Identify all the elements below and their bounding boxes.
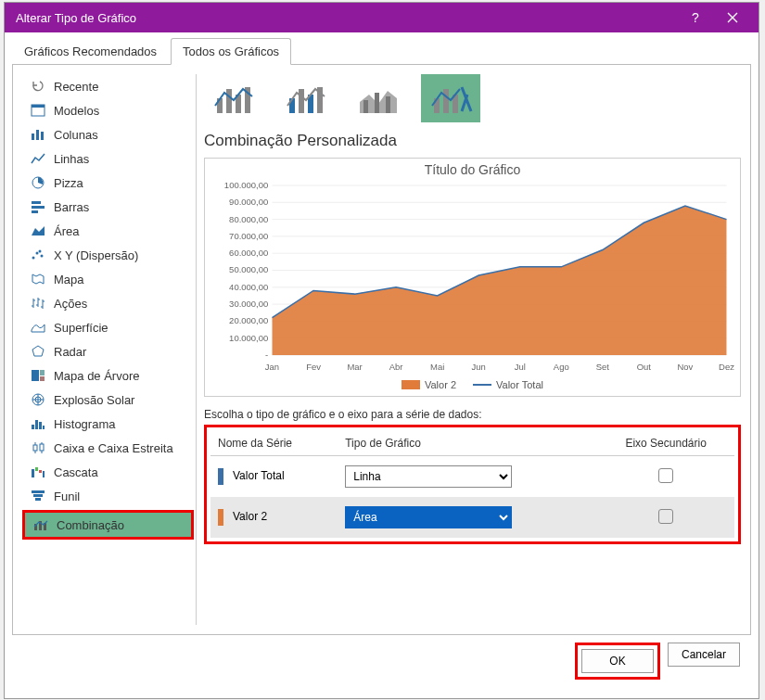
swatch-orange	[402, 380, 420, 389]
series-marker-blue	[218, 468, 223, 485]
sidebar-item-boxplot[interactable]: Caixa e Caixa Estreita	[22, 436, 194, 460]
sidebar-item-histogram[interactable]: Histograma	[22, 412, 194, 436]
ok-button[interactable]: OK	[581, 649, 654, 673]
sidebar-item-label: Pizza	[54, 176, 83, 190]
secondary-axis-checkbox-valor2[interactable]	[658, 509, 673, 524]
highlight-box-sidebar: Combinação	[22, 510, 194, 540]
svg-point-9	[32, 257, 35, 260]
svg-text:Nov: Nov	[677, 363, 693, 372]
sidebar-item-label: Combinação	[57, 518, 124, 532]
sidebar-item-combo[interactable]: Combinação	[25, 513, 191, 537]
stock-icon	[30, 296, 46, 311]
combo-subtype-row	[204, 74, 741, 122]
sidebar-item-treemap[interactable]: Mapa de Árvore	[22, 363, 194, 388]
sidebar-item-label: Barras	[54, 200, 89, 214]
svg-text:90.000,00: 90.000,00	[229, 198, 268, 208]
help-button[interactable]: ?	[677, 3, 714, 32]
svg-rect-21	[43, 426, 45, 429]
sidebar-item-sunburst[interactable]: Explosão Solar	[22, 388, 194, 412]
treemap-icon	[30, 368, 46, 383]
sidebar-item-waterfall[interactable]: Cascata	[22, 460, 194, 484]
sidebar-item-area[interactable]: Área	[22, 219, 194, 243]
map-icon	[30, 272, 46, 286]
sidebar-item-surface[interactable]: Superfície	[22, 315, 194, 339]
sidebar-item-label: Recente	[54, 80, 98, 94]
sidebar-item-label: Ações	[54, 297, 87, 311]
section-title: Combinação Personalizada	[204, 132, 741, 150]
sidebar-item-stock[interactable]: Ações	[22, 291, 194, 315]
line-icon	[30, 151, 46, 166]
series-instruction: Escolha o tipo de gráfico e o eixo para …	[204, 408, 741, 421]
col-secondary: Eixo Secundário	[597, 431, 734, 456]
svg-text:Out: Out	[637, 363, 652, 372]
dialog-title: Alterar Tipo de Gráfico	[12, 11, 677, 25]
svg-rect-15	[40, 376, 45, 381]
svg-rect-27	[43, 471, 45, 477]
sidebar-item-label: Linhas	[54, 152, 89, 166]
titlebar: Alterar Tipo de Gráfico ?	[5, 3, 759, 32]
sidebar-item-templates[interactable]: Modelos	[22, 98, 194, 122]
sidebar-item-recent[interactable]: Recente	[22, 74, 194, 98]
sidebar-item-lines[interactable]: Linhas	[22, 146, 194, 171]
sidebar-item-label: Explosão Solar	[54, 393, 134, 407]
svg-rect-6	[32, 201, 41, 204]
svg-rect-19	[35, 420, 38, 429]
sidebar-item-label: Mapa de Árvore	[54, 369, 140, 383]
sidebar-item-label: Modelos	[54, 104, 99, 118]
svg-text:50.000,00: 50.000,00	[229, 266, 268, 275]
combo-subtype-3[interactable]	[349, 74, 408, 122]
combo-subtype-2[interactable]	[276, 74, 336, 122]
series-row-valor2[interactable]: Valor 2 Área	[210, 497, 734, 538]
stacked-area-column-icon	[356, 80, 401, 117]
svg-rect-14	[40, 370, 45, 375]
combo-subtype-1[interactable]	[204, 74, 263, 122]
sidebar-item-funnel[interactable]: Funil	[22, 484, 194, 508]
svg-text:10.000,00: 10.000,00	[229, 334, 268, 343]
highlight-box-ok: OK	[575, 643, 660, 680]
bar-icon	[30, 199, 46, 214]
sidebar-item-bars[interactable]: Barras	[22, 195, 194, 219]
svg-point-12	[39, 250, 42, 253]
template-icon	[30, 103, 46, 118]
sidebar-item-label: Histograma	[54, 417, 115, 431]
secondary-axis-checkbox-valor-total[interactable]	[658, 468, 673, 483]
svg-rect-24	[32, 469, 34, 477]
col-chart-type: Tipo de Gráfico	[338, 431, 597, 456]
tab-all-charts[interactable]: Todos os Gráficos	[171, 38, 291, 65]
sidebar-item-label: Colunas	[54, 128, 98, 142]
svg-rect-2	[32, 134, 34, 140]
sidebar-item-map[interactable]: Mapa	[22, 267, 194, 291]
svg-text:Mai: Mai	[430, 363, 444, 372]
sidebar-item-label: Mapa	[54, 273, 84, 286]
tab-recommended[interactable]: Gráficos Recomendados	[12, 38, 169, 65]
chart-type-select-valor-total[interactable]: Linha	[345, 465, 512, 488]
cancel-button[interactable]: Cancelar	[668, 643, 740, 667]
chart-legend: Valor 2 Valor Total	[209, 379, 736, 390]
svg-rect-7	[32, 206, 45, 209]
svg-text:Mar: Mar	[347, 363, 362, 372]
close-button[interactable]	[714, 3, 751, 32]
svg-text:Dez: Dez	[719, 363, 734, 372]
svg-rect-29	[33, 494, 43, 497]
boxplot-icon	[30, 440, 46, 455]
svg-rect-44	[386, 96, 390, 113]
sidebar-item-pie[interactable]: Pizza	[22, 171, 194, 195]
svg-text:Set: Set	[596, 363, 610, 372]
highlight-box-series: Nome da Série Tipo de Gráfico Eixo Secun…	[204, 425, 741, 544]
svg-rect-46	[443, 89, 449, 113]
sidebar-item-radar[interactable]: Radar	[22, 339, 194, 363]
svg-rect-4	[41, 132, 44, 140]
svg-rect-26	[39, 470, 42, 473]
svg-rect-35	[226, 89, 232, 113]
combo-subtype-custom[interactable]	[421, 74, 480, 122]
combo-icon	[32, 517, 49, 532]
chart-type-select-valor2[interactable]: Área	[345, 506, 512, 528]
sidebar-item-columns[interactable]: Colunas	[22, 122, 194, 146]
sidebar-item-label: Área	[54, 224, 79, 238]
sidebar-item-scatter[interactable]: X Y (Dispersão)	[22, 243, 194, 267]
svg-text:20.000,00: 20.000,00	[229, 317, 268, 326]
series-row-valor-total[interactable]: Valor Total Linha	[210, 456, 734, 498]
svg-text:Ago: Ago	[554, 363, 569, 372]
legend-valor2: Valor 2	[402, 379, 456, 390]
clustered-column-line-icon	[211, 80, 256, 117]
